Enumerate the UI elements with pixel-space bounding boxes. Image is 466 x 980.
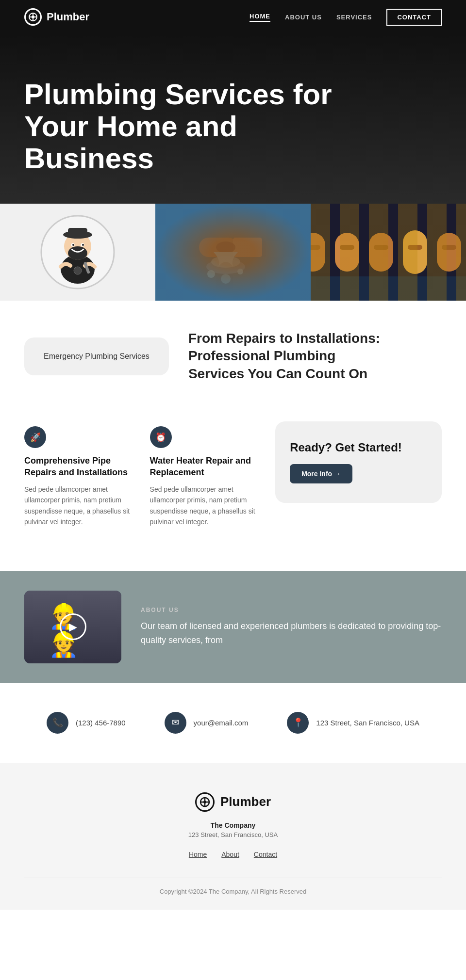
cta-card: Ready? Get Started! More Info → (275, 421, 442, 503)
hero-image-2 (155, 204, 311, 301)
svg-rect-36 (442, 245, 456, 250)
service-badge: Emergency Plumbing Services (24, 337, 169, 375)
logo-icon (24, 8, 42, 26)
image-row (0, 204, 466, 301)
footer-logo-text: Plumber (220, 794, 271, 809)
svg-point-3 (32, 16, 34, 18)
svg-rect-37 (311, 276, 466, 301)
nav-home[interactable]: HOME (250, 13, 270, 22)
play-button[interactable]: ▶ (60, 613, 86, 640)
svg-rect-30 (437, 233, 461, 272)
svg-rect-18 (233, 238, 262, 257)
svg-rect-33 (340, 245, 354, 250)
svg-point-9 (68, 246, 87, 260)
hero-image-1 (0, 204, 155, 301)
svg-point-20 (206, 259, 245, 274)
address-text: 123 Street, San Francisco, USA (316, 719, 419, 727)
svg-rect-16 (155, 204, 311, 301)
service-card-1-text: Sed pede ullamcorper amet ullamcorper pr… (24, 484, 135, 528)
service-card-2-text: Sed pede ullamcorper amet ullamcorper pr… (150, 484, 261, 528)
phone-text: (123) 456-7890 (76, 719, 126, 727)
address-info: 📍 123 Street, San Francisco, USA (287, 712, 419, 734)
svg-rect-28 (369, 233, 393, 272)
svg-point-22 (207, 270, 215, 278)
service-description: From Repairs to Installations: Professio… (188, 330, 383, 383)
hero-image-3 (311, 204, 466, 301)
svg-rect-29 (403, 230, 427, 274)
service-card-1: 🚀 Comprehensive Pipe Repairs and Install… (24, 421, 135, 532)
service-card-1-title: Comprehensive Pipe Repairs and Installat… (24, 455, 135, 478)
footer: Plumber The Company 123 Street, San Fran… (0, 763, 466, 910)
nav-links: HOME ABOUT US SERVICES CONTACT (250, 9, 442, 26)
logo-text: Plumber (47, 11, 89, 23)
video-thumbnail[interactable]: ▶ (24, 591, 121, 663)
email-info: ✉ your@email.com (165, 712, 249, 734)
footer-company: The Company (24, 821, 442, 829)
svg-rect-26 (311, 233, 325, 272)
service-highlight-section: Emergency Plumbing Services From Repairs… (0, 301, 466, 412)
email-icon: ✉ (165, 712, 186, 734)
svg-point-12 (72, 244, 74, 246)
svg-rect-25 (311, 204, 466, 301)
navbar: Plumber HOME ABOUT US SERVICES CONTACT (0, 0, 466, 34)
email-text: your@email.com (194, 719, 249, 727)
location-icon: 📍 (287, 712, 309, 734)
svg-rect-27 (335, 233, 359, 272)
about-label: ABOUT US (141, 607, 442, 613)
nav-about[interactable]: ABOUT US (285, 14, 322, 21)
svg-rect-35 (408, 245, 422, 250)
nav-services[interactable]: SERVICES (336, 14, 372, 21)
about-text: ABOUT US Our team of licensed and experi… (141, 607, 442, 647)
svg-rect-8 (68, 228, 87, 237)
contact-button[interactable]: CONTACT (386, 9, 442, 26)
svg-point-21 (211, 256, 240, 268)
cta-title: Ready? Get Started! (290, 441, 402, 454)
svg-point-23 (237, 269, 243, 274)
svg-point-13 (82, 244, 84, 246)
footer-links: Home About Contact (24, 851, 442, 858)
services-section: 🚀 Comprehensive Pipe Repairs and Install… (0, 412, 466, 571)
service-badge-text: Emergency Plumbing Services (44, 352, 150, 360)
service-card-2-title: Water Heater Repair and Replacement (150, 455, 261, 478)
svg-rect-17 (199, 238, 238, 257)
hero-title: Plumbing Services for Your Home and Busi… (24, 79, 364, 175)
contact-info-section: 📞 (123) 456-7890 ✉ your@email.com 📍 123 … (0, 683, 466, 763)
svg-point-15 (74, 267, 82, 274)
about-description: Our team of licensed and experienced plu… (141, 619, 442, 647)
more-info-button[interactable]: More Info → (290, 464, 352, 483)
phone-icon: 📞 (47, 712, 68, 734)
svg-rect-32 (311, 245, 320, 250)
service-icon-1: 🚀 (24, 426, 46, 448)
about-section: ▶ ABOUT US Our team of licensed and expe… (0, 571, 466, 683)
service-icon-2: ⏰ (150, 426, 172, 448)
svg-point-19 (216, 241, 235, 253)
hero-section: Plumbing Services for Your Home and Busi… (0, 34, 466, 204)
footer-copyright: Copyright ©2024 The Company, All Rights … (24, 888, 442, 895)
footer-logo-icon (195, 792, 215, 812)
logo[interactable]: Plumber (24, 8, 89, 26)
footer-logo: Plumber (24, 792, 442, 812)
footer-link-contact[interactable]: Contact (254, 851, 277, 858)
svg-point-24 (221, 274, 231, 284)
services-grid: 🚀 Comprehensive Pipe Repairs and Install… (24, 421, 442, 532)
svg-point-41 (203, 801, 206, 803)
footer-address: 123 Street, San Francisco, USA (24, 831, 442, 838)
footer-divider (24, 878, 442, 878)
service-card-2: ⏰ Water Heater Repair and Replacement Se… (150, 421, 261, 532)
footer-link-about[interactable]: About (221, 851, 239, 858)
phone-info: 📞 (123) 456-7890 (47, 712, 126, 734)
svg-rect-34 (374, 245, 388, 250)
footer-link-home[interactable]: Home (189, 851, 207, 858)
